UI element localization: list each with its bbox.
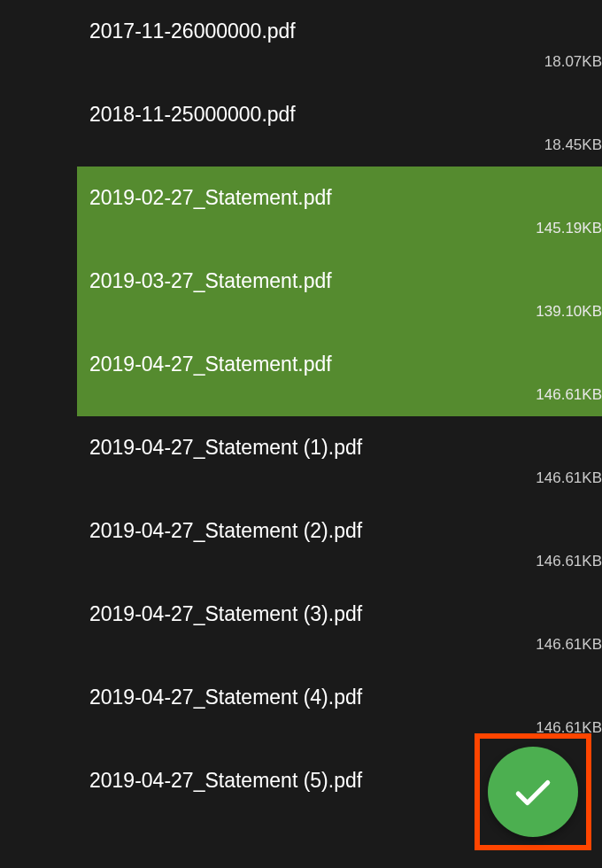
- file-name-label: 2019-03-27_Statement.pdf: [77, 269, 602, 293]
- file-size-label: 146.61KB: [536, 553, 602, 570]
- file-name-label: 2019-02-27_Statement.pdf: [77, 186, 602, 210]
- file-name-label: 2019-04-27_Statement.pdf: [77, 353, 602, 376]
- file-item[interactable]: 2018-11-25000000.pdf 18.45KB: [77, 83, 602, 167]
- file-item[interactable]: 2019-02-27_Statement.pdf 145.19KB: [77, 167, 602, 250]
- file-size-label: 18.45KB: [544, 136, 602, 154]
- file-item[interactable]: 2019-04-27_Statement.pdf 146.61KB: [77, 333, 602, 416]
- file-item[interactable]: 2019-04-27_Statement (2).pdf 146.61KB: [77, 500, 602, 583]
- file-size-label: 18.07KB: [544, 53, 602, 71]
- file-name-label: 2019-04-27_Statement (2).pdf: [77, 519, 602, 543]
- file-name-label: 2019-04-27_Statement (1).pdf: [77, 436, 602, 460]
- file-size-label: 146.61KB: [536, 469, 602, 487]
- file-name-label: 2019-04-27_Statement (4).pdf: [77, 686, 602, 709]
- file-list: 2017-11-26000000.pdf 18.07KB 2018-11-250…: [0, 0, 602, 833]
- file-item[interactable]: 2019-04-27_Statement (1).pdf 146.61KB: [77, 416, 602, 500]
- file-size-label: 145.19KB: [536, 220, 602, 237]
- file-item[interactable]: 2017-11-26000000.pdf 18.07KB: [77, 0, 602, 83]
- file-name-label: 2019-04-27_Statement (3).pdf: [77, 602, 602, 626]
- file-size-label: 146.61KB: [536, 636, 602, 654]
- file-name-label: 2018-11-25000000.pdf: [77, 103, 602, 127]
- file-item[interactable]: 2019-03-27_Statement.pdf 139.10KB: [77, 250, 602, 333]
- file-size-label: 139.10KB: [536, 303, 602, 321]
- file-name-label: 2017-11-26000000.pdf: [77, 19, 602, 43]
- checkmark-icon: [511, 770, 555, 814]
- file-item[interactable]: 2019-04-27_Statement (3).pdf 146.61KB: [77, 583, 602, 666]
- confirm-button[interactable]: [488, 747, 578, 837]
- file-size-label: 146.61KB: [536, 386, 602, 404]
- confirm-annotation-highlight: [475, 733, 591, 850]
